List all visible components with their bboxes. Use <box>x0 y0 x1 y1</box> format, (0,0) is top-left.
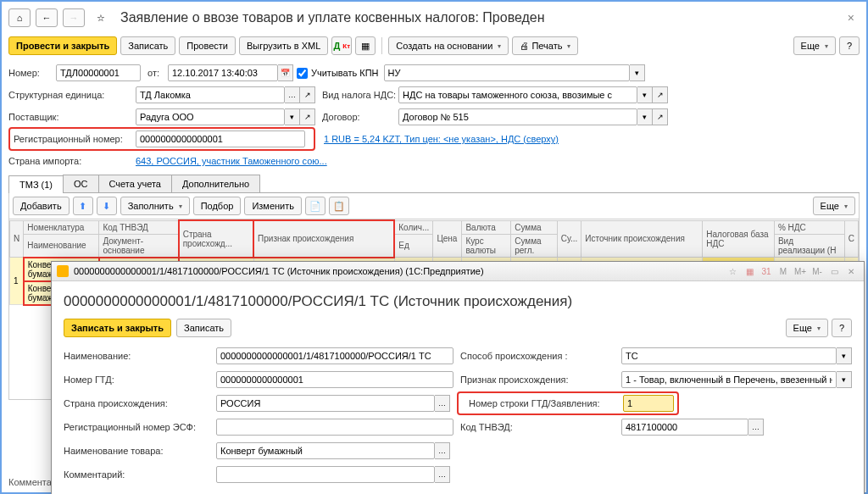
m-line-label: Номер строки ГТД/Заявления: <box>469 398 623 408</box>
mminus-icon[interactable]: M- <box>810 264 825 278</box>
regnum-label: Регистрационный номер: <box>14 134 136 144</box>
m-feat-label: Признак происхождения: <box>460 375 621 385</box>
m-goods-el-icon[interactable]: … <box>435 442 450 459</box>
unit-open-icon[interactable]: ↗ <box>300 86 315 103</box>
export-xml-button[interactable]: Выгрузить в XML <box>239 36 328 55</box>
vat-open-icon[interactable]: ↗ <box>653 86 668 103</box>
kpn-dd-icon[interactable]: ▾ <box>630 64 645 81</box>
m-esf-label: Регистрационный номер ЭСФ: <box>64 422 216 432</box>
sub-more-button[interactable]: Еще <box>813 197 855 215</box>
m-goods-input[interactable] <box>216 442 435 459</box>
m-name-input[interactable] <box>216 347 453 364</box>
m-method-dd-icon[interactable]: ▾ <box>837 347 852 364</box>
kpn-checkbox[interactable] <box>297 68 308 79</box>
modal-more-button[interactable]: Еще <box>786 319 828 337</box>
select-button[interactable]: Подбор <box>193 197 242 215</box>
date-input[interactable] <box>168 64 278 81</box>
modal-window-title: 0000000000000001/1/4817100000/РОССИЯ/1 Т… <box>74 266 484 276</box>
m-origcountry-input[interactable] <box>216 395 435 412</box>
origin-modal: 0000000000000001/1/4817100000/РОССИЯ/1 Т… <box>51 261 865 494</box>
tab-os[interactable]: ОС <box>63 175 99 192</box>
m-method-input[interactable] <box>621 347 837 364</box>
page-title: Заявление о ввозе товаров и уплате косве… <box>120 10 837 25</box>
modal-save-close-button[interactable]: Записать и закрыть <box>64 319 171 337</box>
supplier-open-icon[interactable]: ↗ <box>300 108 315 125</box>
m-feat-input[interactable] <box>621 371 837 388</box>
m-gtd-input[interactable] <box>216 371 453 388</box>
modal-save-button[interactable]: Записать <box>176 319 231 337</box>
modal-title: 0000000000000001/1/4817100000/РОССИЯ/1 Т… <box>64 293 852 310</box>
help-button[interactable]: ? <box>839 36 860 55</box>
number-label: Номер: <box>8 68 56 78</box>
more-button[interactable]: Еще <box>793 36 836 55</box>
tab-tmz[interactable]: ТМЗ (1) <box>8 175 64 193</box>
vat-dd-icon[interactable]: ▾ <box>637 86 653 103</box>
home-button[interactable]: ⌂ <box>8 8 31 27</box>
m-goods-label: Наименование товара: <box>64 446 216 456</box>
number-input[interactable] <box>56 64 141 81</box>
post-button[interactable]: Провести <box>179 36 236 55</box>
m-name-label: Наименование: <box>64 351 216 361</box>
post-and-close-button[interactable]: Провести и закрыть <box>8 36 117 55</box>
struct-icon[interactable]: ▦ <box>355 36 376 55</box>
m-feat-dd-icon[interactable]: ▾ <box>837 371 852 388</box>
save-button[interactable]: Записать <box>120 36 175 55</box>
fill-button[interactable]: Заполнить <box>120 197 190 215</box>
edit-button[interactable]: Изменить <box>244 197 302 215</box>
m-gtd-label: Номер ГТД: <box>64 375 216 385</box>
date-picker-icon[interactable]: 📅 <box>278 64 293 81</box>
country-link[interactable]: 643, РОССИЯ, участник Таможенного сою... <box>136 156 327 166</box>
date-label: от: <box>147 68 168 78</box>
m-comment-input[interactable] <box>216 466 435 483</box>
supplier-label: Поставщик: <box>8 112 136 122</box>
move-up-icon[interactable]: ⬆ <box>73 197 93 215</box>
m-method-label: Способ происхождения : <box>460 351 621 361</box>
paste-icon[interactable]: 📋 <box>329 197 349 215</box>
forward-button[interactable]: → <box>63 8 85 27</box>
m-comment-el-icon[interactable]: … <box>435 466 450 483</box>
m-origcountry-el-icon[interactable]: … <box>435 395 450 412</box>
close-icon[interactable]: × <box>843 11 860 25</box>
tab-extra[interactable]: Дополнительно <box>171 175 260 192</box>
star-button[interactable]: ☆ <box>90 8 112 27</box>
regnum-input[interactable] <box>136 130 305 147</box>
m-comment-label: Комментарий: <box>64 469 216 480</box>
contract-dd-icon[interactable]: ▾ <box>637 108 653 125</box>
unit-ellipsis-icon[interactable]: … <box>285 86 300 103</box>
m-tnved-el-icon[interactable]: … <box>748 419 764 436</box>
m-icon[interactable]: M <box>776 264 791 278</box>
vat-type-label: Вид налога НДС: <box>322 90 398 100</box>
modal-min-icon[interactable]: ▭ <box>826 264 842 278</box>
m-origcountry-label: Страна происхождения: <box>64 398 216 408</box>
supplier-input[interactable] <box>136 108 285 125</box>
dt-icon[interactable]: ДКт <box>331 36 352 55</box>
footer-comment-label: Коммента <box>8 477 52 487</box>
supplier-dd-icon[interactable]: ▾ <box>285 108 300 125</box>
calc-icon[interactable]: ▦ <box>742 264 757 278</box>
back-button[interactable]: ← <box>36 8 58 27</box>
app-logo-icon <box>57 265 69 277</box>
rate-link[interactable]: 1 RUB = 5,24 KZT, Тип цен: <не указан>, … <box>324 134 559 144</box>
mplus-icon[interactable]: M+ <box>793 264 808 278</box>
kpn-label: Учитывать КПН <box>311 68 379 78</box>
contract-open-icon[interactable]: ↗ <box>653 108 668 125</box>
modal-close-icon[interactable]: ✕ <box>843 264 859 278</box>
m-esf-input[interactable] <box>216 419 453 436</box>
vat-type-input[interactable] <box>398 86 637 103</box>
modal-help-button[interactable]: ? <box>832 319 852 337</box>
unit-input[interactable] <box>136 86 285 103</box>
contract-input[interactable] <box>398 108 637 125</box>
kpn-input[interactable] <box>384 64 630 81</box>
move-down-icon[interactable]: ⬇ <box>97 197 117 215</box>
cal-icon[interactable]: 31 <box>759 264 774 278</box>
fav-icon[interactable]: ☆ <box>725 264 740 278</box>
m-tnved-input[interactable] <box>621 419 748 436</box>
contract-label: Договор: <box>322 112 398 122</box>
add-button[interactable]: Добавить <box>13 197 70 215</box>
m-line-input[interactable] <box>623 395 674 412</box>
copy-icon[interactable]: 📄 <box>305 197 326 215</box>
print-button[interactable]: 🖨 Печать <box>512 36 578 55</box>
tab-accounts[interactable]: Счета учета <box>98 175 172 192</box>
create-based-button[interactable]: Создать на основании <box>388 36 509 55</box>
m-tnved-label: Код ТНВЭД: <box>460 422 621 432</box>
